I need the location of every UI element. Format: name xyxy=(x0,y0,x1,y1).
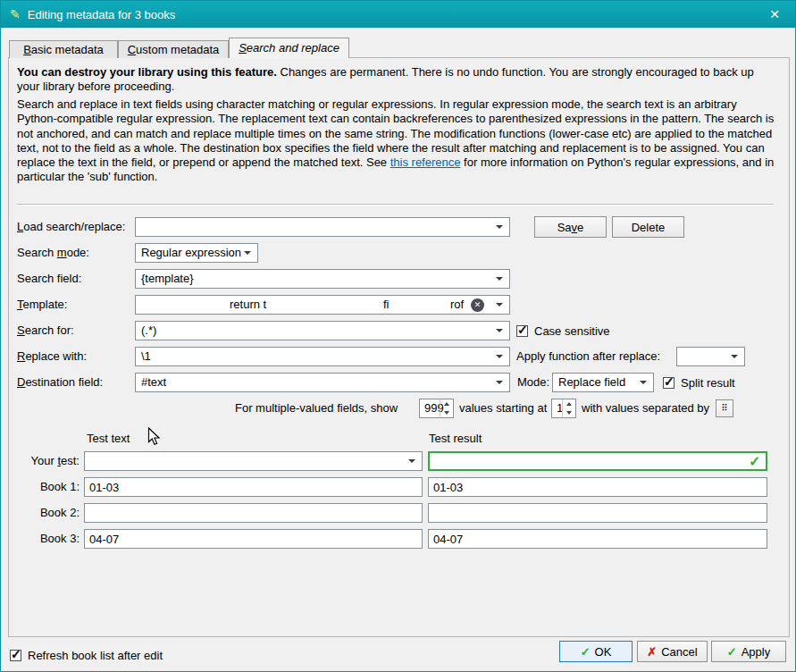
search-for-combo[interactable]: (.*) xyxy=(135,321,510,340)
destination-field-combo[interactable]: #text xyxy=(135,373,510,392)
separator-picker-button[interactable]: ⠿ xyxy=(716,399,733,417)
search-mode-label: Search mode: xyxy=(17,243,89,263)
book3-test-input[interactable] xyxy=(84,529,423,549)
tab-custom-metadata[interactable]: Custom metadata xyxy=(118,40,229,58)
edit-metadata-dialog: ✎ Editing metadata for 3 books ✕ Basic m… xyxy=(0,0,796,672)
refresh-book-list-label: Refresh book list after edit xyxy=(28,649,163,662)
ok-button[interactable]: ✓ OK xyxy=(559,641,633,662)
description-text: Search and replace in text fields using … xyxy=(17,97,779,185)
mode-label: Mode: xyxy=(517,373,549,392)
checkbox-checked-icon xyxy=(663,377,675,389)
tab-basic-metadata[interactable]: Basic metadata xyxy=(9,40,118,58)
warning-bold: You can destroy your library using this … xyxy=(17,65,277,79)
cancel-button[interactable]: ✗ Cancel xyxy=(637,641,708,662)
load-search-replace-combo[interactable] xyxy=(135,217,510,237)
replace-with-combo[interactable]: \1 xyxy=(135,347,510,366)
search-field-label: Search field: xyxy=(17,269,81,289)
book1-result-field[interactable] xyxy=(428,477,767,497)
cancel-label: Cancel xyxy=(661,645,697,659)
template-label: Template: xyxy=(17,295,67,315)
chevron-down-icon xyxy=(408,459,415,463)
apply-function-combo[interactable] xyxy=(676,347,745,366)
multi-valued-suffix-label: with values separated by xyxy=(582,399,709,418)
save-label: Save xyxy=(557,221,584,234)
your-test-input[interactable] xyxy=(84,451,423,471)
book2-test-input[interactable] xyxy=(84,503,423,523)
multi-valued-middle-label: values starting at xyxy=(459,399,547,418)
result-check-icon: ✓ xyxy=(749,453,760,470)
apply-button[interactable]: ✓ Apply xyxy=(711,641,786,662)
destination-field-label: Destination field: xyxy=(17,373,103,392)
load-search-replace-label: Load search/replace: xyxy=(17,217,125,237)
spin-up-icon[interactable] xyxy=(440,399,453,408)
chevron-down-icon xyxy=(496,277,503,281)
search-for-value: (.*) xyxy=(141,322,156,340)
chevron-down-icon xyxy=(496,355,503,358)
apply-check-icon: ✓ xyxy=(727,645,737,659)
book1-label: Book 1: xyxy=(10,477,80,497)
book3-result-field[interactable] xyxy=(428,529,767,549)
search-for-label: Search for: xyxy=(17,321,74,340)
show-values-spinner[interactable]: 999 xyxy=(419,399,454,418)
book2-label: Book 2: xyxy=(10,503,80,523)
template-fragment-1: return t xyxy=(230,296,266,314)
save-button[interactable]: Save xyxy=(534,216,607,238)
destination-field-value: #text xyxy=(141,374,166,391)
book1-test-input[interactable] xyxy=(84,477,423,497)
chevron-down-icon xyxy=(496,329,503,332)
chevron-down-icon xyxy=(496,225,503,229)
multi-valued-prefix-label: For multiple-valued fields, show xyxy=(235,399,398,418)
template-input[interactable]: return t fi rof ✕ xyxy=(135,295,510,315)
template-fragment-3: rof xyxy=(450,296,464,314)
search-mode-value: Regular expression xyxy=(141,244,241,262)
replace-with-label: Replace with: xyxy=(17,347,87,366)
spinner-buttons[interactable] xyxy=(440,399,453,417)
replace-with-value: \1 xyxy=(141,348,151,365)
your-test-label: Your test: xyxy=(10,451,80,471)
tab-search-and-replace[interactable]: Search and replace xyxy=(229,38,349,58)
clear-text-icon[interactable]: ✕ xyxy=(471,298,484,312)
search-field-combo[interactable]: {template} xyxy=(135,269,510,289)
start-at-spinner[interactable]: 1 xyxy=(551,399,576,418)
split-result-label: Split result xyxy=(681,376,735,390)
test-result-header: Test result xyxy=(429,432,482,445)
test-text-header: Test text xyxy=(87,432,130,445)
checkbox-checked-icon xyxy=(10,650,21,661)
template-fragment-2: fi xyxy=(383,296,390,314)
separator-line xyxy=(17,204,774,205)
ok-check-icon: ✓ xyxy=(581,645,591,659)
book3-label: Book 3: xyxy=(10,529,80,549)
book2-result-field[interactable] xyxy=(428,503,767,523)
your-test-result-field[interactable] xyxy=(428,451,767,471)
spin-down-icon[interactable] xyxy=(563,408,575,417)
apply-function-label: Apply function after replace: xyxy=(516,347,660,366)
spin-up-icon[interactable] xyxy=(563,399,575,408)
ok-label: OK xyxy=(595,645,612,659)
chevron-down-icon xyxy=(640,381,647,384)
spinner-buttons[interactable] xyxy=(562,399,575,417)
chevron-down-icon xyxy=(496,381,503,384)
spin-down-icon[interactable] xyxy=(440,408,453,417)
chevron-down-icon xyxy=(496,303,503,307)
search-mode-combo[interactable]: Regular expression xyxy=(135,243,258,263)
close-icon[interactable]: ✕ xyxy=(754,1,795,28)
apply-label: Apply xyxy=(742,645,771,659)
case-sensitive-checkbox[interactable]: Case sensitive xyxy=(516,321,610,340)
refresh-book-list-checkbox[interactable]: Refresh book list after edit xyxy=(10,645,163,665)
edit-metadata-icon: ✎ xyxy=(10,7,21,21)
chevron-down-icon xyxy=(244,251,251,255)
delete-label: Delete xyxy=(632,221,666,234)
case-sensitive-label: Case sensitive xyxy=(534,324,610,338)
chevron-down-icon xyxy=(731,355,738,358)
split-result-checkbox[interactable]: Split result xyxy=(663,373,735,392)
mode-combo[interactable]: Replace field xyxy=(552,373,654,392)
mode-value: Replace field xyxy=(558,374,625,391)
search-field-value: {template} xyxy=(141,270,194,288)
this-reference-link[interactable]: this reference xyxy=(390,155,461,169)
delete-button[interactable]: Delete xyxy=(612,216,684,238)
warning-text: You can destroy your library using this … xyxy=(17,65,776,94)
checkbox-checked-icon xyxy=(516,325,528,337)
mouse-cursor xyxy=(147,427,162,447)
cancel-cross-icon: ✗ xyxy=(647,645,657,659)
titlebar[interactable]: ✎ Editing metadata for 3 books ✕ xyxy=(1,1,795,28)
